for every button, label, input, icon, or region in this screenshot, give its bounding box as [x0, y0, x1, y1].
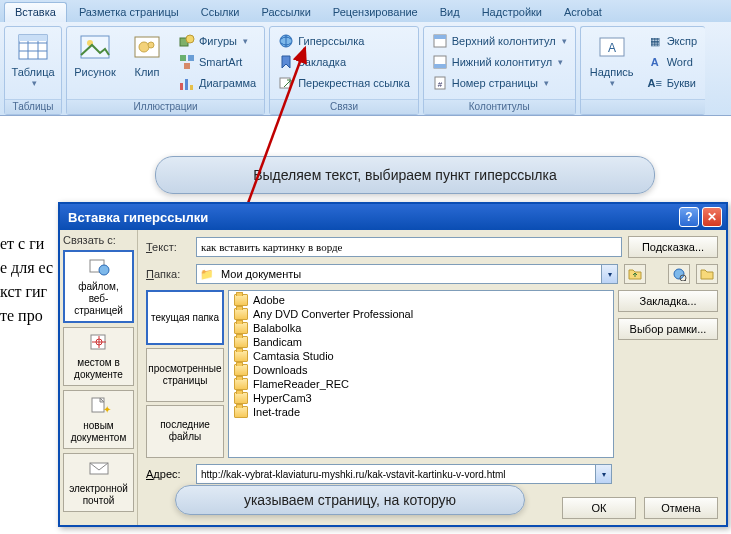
list-item[interactable]: Adobe — [231, 293, 611, 307]
chevron-down-icon[interactable]: ▾ — [595, 465, 611, 483]
svg-point-31 — [99, 265, 109, 275]
bookmark-button[interactable]: Закладка — [275, 53, 413, 71]
ok-button[interactable]: ОК — [562, 497, 636, 519]
hyperlink-button[interactable]: Гиперссылка — [275, 32, 413, 50]
group-links: Гиперссылка Закладка Перекрестная ссылка… — [269, 26, 419, 115]
lookin-recent-button[interactable]: последние файлы — [146, 405, 224, 458]
header-label: Верхний колонтитул — [452, 35, 556, 47]
list-item[interactable]: Bandicam — [231, 335, 611, 349]
linkto-email-button[interactable]: электронной почтой — [63, 453, 134, 512]
textbox-button[interactable]: A Надпись ▾ — [586, 30, 638, 97]
cancel-button[interactable]: Отмена — [644, 497, 718, 519]
tab-insert[interactable]: Вставка — [4, 2, 67, 22]
tab-view[interactable]: Вид — [430, 3, 470, 22]
bookmark-button[interactable]: Закладка... — [618, 290, 718, 312]
list-item[interactable]: FlameReader_REC — [231, 377, 611, 391]
lookin-browsed-button[interactable]: просмотренные страницы — [146, 348, 224, 401]
folder-icon — [234, 378, 248, 390]
picture-icon — [79, 32, 111, 64]
file-list[interactable]: Adobe Any DVD Converter Professional Bal… — [228, 290, 614, 458]
group-label-tables: Таблицы — [5, 99, 61, 114]
svg-rect-14 — [188, 55, 194, 61]
tab-addins[interactable]: Надстройки — [472, 3, 552, 22]
target-frame-button[interactable]: Выбор рамки... — [618, 318, 718, 340]
smartart-button[interactable]: SmartArt — [176, 53, 259, 71]
folder-label: Папка: — [146, 268, 190, 280]
folder-icon — [234, 322, 248, 334]
folder-icon — [234, 308, 248, 320]
linkto-newdoc-button[interactable]: ✦ новым документом — [63, 390, 134, 449]
linkto-place-button[interactable]: местом в документе — [63, 327, 134, 386]
lookin-current-button[interactable]: текущая папка — [146, 290, 224, 345]
svg-rect-24 — [434, 64, 446, 68]
chevron-down-icon: ▾ — [558, 57, 563, 67]
wordart-button[interactable]: AWord — [644, 53, 700, 71]
folder-icon — [234, 392, 248, 404]
table-button[interactable]: Таблица ▾ — [10, 30, 56, 97]
list-item[interactable]: Camtasia Studio — [231, 349, 611, 363]
chart-button[interactable]: Диаграмма — [176, 74, 259, 92]
tab-acrobat[interactable]: Acrobat — [554, 3, 612, 22]
textbox-label: Надпись — [590, 66, 634, 78]
chevron-down-icon: ▾ — [32, 78, 37, 88]
pagenum-button[interactable]: #Номер страницы▾ — [429, 74, 570, 92]
document-body: ет с ги е для ес кст гиг те про — [0, 232, 53, 328]
tooltip-button[interactable]: Подсказка... — [628, 236, 718, 258]
crossref-icon — [278, 75, 294, 91]
svg-rect-5 — [19, 35, 47, 41]
picture-button[interactable]: Рисунок — [72, 30, 118, 97]
tab-review[interactable]: Рецензирование — [323, 3, 428, 22]
list-item[interactable]: Any DVD Converter Professional — [231, 307, 611, 321]
list-item[interactable]: Inet-trade — [231, 405, 611, 419]
svg-text:✦: ✦ — [103, 404, 111, 415]
chevron-down-icon[interactable]: ▾ — [601, 265, 617, 283]
wordart-label: Word — [667, 56, 693, 68]
tab-page-layout[interactable]: Разметка страницы — [69, 3, 189, 22]
group-label-illustrations: Иллюстрации — [67, 99, 264, 114]
header-button[interactable]: Верхний колонтитул▾ — [429, 32, 570, 50]
svg-line-41 — [685, 280, 687, 281]
chart-label: Диаграмма — [199, 77, 256, 89]
group-text: A Надпись ▾ ▦Экспр AWord A≡Букви — [580, 26, 705, 115]
list-item[interactable]: Balabolka — [231, 321, 611, 335]
clip-label: Клип — [135, 66, 160, 78]
footer-label: Нижний колонтитул — [452, 56, 552, 68]
link-to-label: Связать с: — [63, 234, 134, 246]
folder-icon — [234, 336, 248, 348]
folder-combo[interactable]: 📁 Мои документы ▾ — [196, 264, 618, 284]
list-item[interactable]: Downloads — [231, 363, 611, 377]
address-combo[interactable]: http://kak-vybrat-klaviaturu-myshki.ru/k… — [196, 464, 612, 484]
dialog-titlebar: Вставка гиперссылки ? ✕ — [60, 204, 726, 230]
table-label: Таблица — [11, 66, 54, 78]
chevron-down-icon: ▾ — [562, 36, 567, 46]
shapes-button[interactable]: Фигуры▾ — [176, 32, 259, 50]
svg-point-9 — [139, 42, 149, 52]
pagenum-icon: # — [432, 75, 448, 91]
group-tables: Таблица ▾ Таблицы — [4, 26, 62, 115]
clip-button[interactable]: Клип — [124, 30, 170, 97]
crossref-button[interactable]: Перекрестная ссылка — [275, 74, 413, 92]
express-button[interactable]: ▦Экспр — [644, 32, 700, 50]
linkto-file-button[interactable]: файлом, веб-страницей — [63, 250, 134, 323]
svg-point-39 — [674, 269, 684, 279]
up-folder-button[interactable] — [624, 264, 646, 284]
help-button[interactable]: ? — [679, 207, 699, 227]
bookmark-label: Закладка — [298, 56, 346, 68]
folder-icon — [234, 294, 248, 306]
browse-file-button[interactable] — [696, 264, 718, 284]
ribbon-tabs: Вставка Разметка страницы Ссылки Рассылк… — [0, 0, 731, 22]
tab-references[interactable]: Ссылки — [191, 3, 250, 22]
chevron-down-icon: ▾ — [610, 78, 615, 88]
ribbon: Вставка Разметка страницы Ссылки Рассылк… — [0, 0, 731, 116]
browse-web-button[interactable] — [668, 264, 690, 284]
linkto-place-label: местом в документе — [74, 357, 123, 380]
list-item[interactable]: HyperCam3 — [231, 391, 611, 405]
close-button[interactable]: ✕ — [702, 207, 722, 227]
footer-button[interactable]: Нижний колонтитул▾ — [429, 53, 570, 71]
dropcap-button[interactable]: A≡Букви — [644, 74, 700, 92]
tab-mailings[interactable]: Рассылки — [251, 3, 320, 22]
svg-text:#: # — [438, 80, 443, 89]
clip-icon — [131, 32, 163, 64]
text-input[interactable] — [196, 237, 622, 257]
crossref-label: Перекрестная ссылка — [298, 77, 410, 89]
